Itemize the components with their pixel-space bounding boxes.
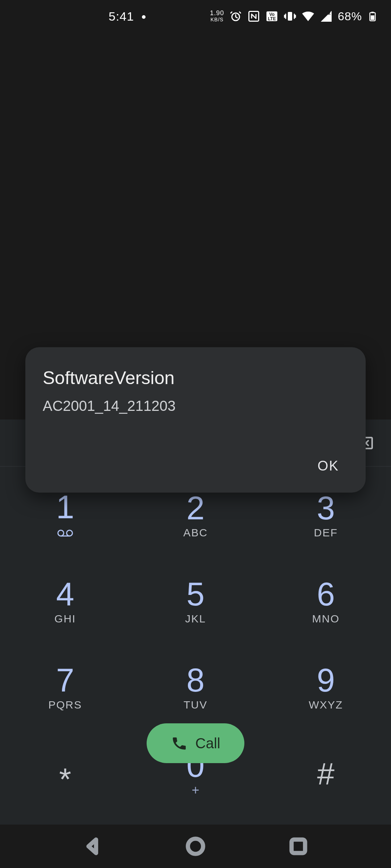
key-6-digit: 6 <box>317 578 335 610</box>
key-7-letters: PQRS <box>48 699 82 711</box>
key-7-digit: 7 <box>56 664 74 697</box>
key-5-digit: 5 <box>186 578 205 610</box>
svg-point-10 <box>58 530 64 536</box>
status-time: 5:41 <box>109 9 134 24</box>
key-3-digit: 3 <box>317 492 335 524</box>
key-hash-symbol: # <box>317 758 335 789</box>
dialog-body: AC2001_14_211203 <box>43 398 348 414</box>
status-notification-dot <box>142 15 146 19</box>
key-9-digit: 9 <box>317 664 335 697</box>
key-8-letters: TUV <box>184 699 207 711</box>
svg-rect-9 <box>371 16 374 20</box>
key-4-letters: GHI <box>54 613 76 625</box>
svg-rect-8 <box>371 12 374 13</box>
wifi-icon <box>302 10 315 23</box>
key-5[interactable]: 5 JKL <box>130 563 261 639</box>
voicemail-icon <box>57 526 73 540</box>
network-speed-value: 1.90 <box>210 10 224 16</box>
svg-point-11 <box>67 530 72 536</box>
call-button-label: Call <box>196 735 220 752</box>
cellular-signal-icon: x <box>320 10 333 23</box>
nfc-icon <box>247 10 260 23</box>
key-1-digit: 1 <box>56 491 74 523</box>
key-5-letters: JKL <box>185 613 206 625</box>
svg-rect-5 <box>288 12 292 21</box>
key-9-letters: WXYZ <box>309 699 343 711</box>
volte-icon: VoLTE <box>265 10 278 23</box>
nav-back-icon[interactable] <box>83 836 103 856</box>
battery-percent: 68% <box>338 10 362 23</box>
svg-text:LTE: LTE <box>268 16 276 21</box>
network-speed-unit: KB/S <box>210 16 224 23</box>
key-6-letters: MNO <box>312 613 340 625</box>
battery-icon <box>367 10 378 23</box>
nav-home-icon[interactable] <box>185 836 206 856</box>
svg-point-13 <box>188 839 203 854</box>
network-speed-indicator: 1.90 KB/S <box>210 10 224 23</box>
status-bar: 5:41 1.90 KB/S VoLTE x 68% <box>0 0 391 33</box>
key-7[interactable]: 7 PQRS <box>0 650 130 726</box>
call-button[interactable]: Call <box>147 723 244 763</box>
key-9[interactable]: 9 WXYZ <box>261 650 391 726</box>
svg-text:x: x <box>328 10 331 16</box>
alarm-icon <box>229 10 242 23</box>
vibrate-icon <box>283 10 297 23</box>
key-hash[interactable]: # <box>261 736 391 812</box>
key-4[interactable]: 4 GHI <box>0 563 130 639</box>
system-nav-bar <box>0 825 391 868</box>
software-version-dialog: SoftwareVersion AC2001_14_211203 OK <box>25 347 366 493</box>
key-2-digit: 2 <box>186 492 205 524</box>
key-8[interactable]: 8 TUV <box>130 650 261 726</box>
key-3-letters: DEF <box>314 527 338 539</box>
nav-recent-icon[interactable] <box>288 836 308 856</box>
key-8-digit: 8 <box>186 664 205 697</box>
key-star[interactable]: * <box>0 736 130 812</box>
key-0-plus: + <box>192 783 199 798</box>
key-4-digit: 4 <box>56 578 74 610</box>
dialog-ok-button[interactable]: OK <box>308 454 348 478</box>
dialog-title: SoftwareVersion <box>43 367 348 388</box>
phone-icon <box>171 735 188 752</box>
svg-rect-14 <box>291 839 305 853</box>
key-star-symbol: * <box>59 763 71 795</box>
key-2-letters: ABC <box>183 527 208 539</box>
key-6[interactable]: 6 MNO <box>261 563 391 639</box>
